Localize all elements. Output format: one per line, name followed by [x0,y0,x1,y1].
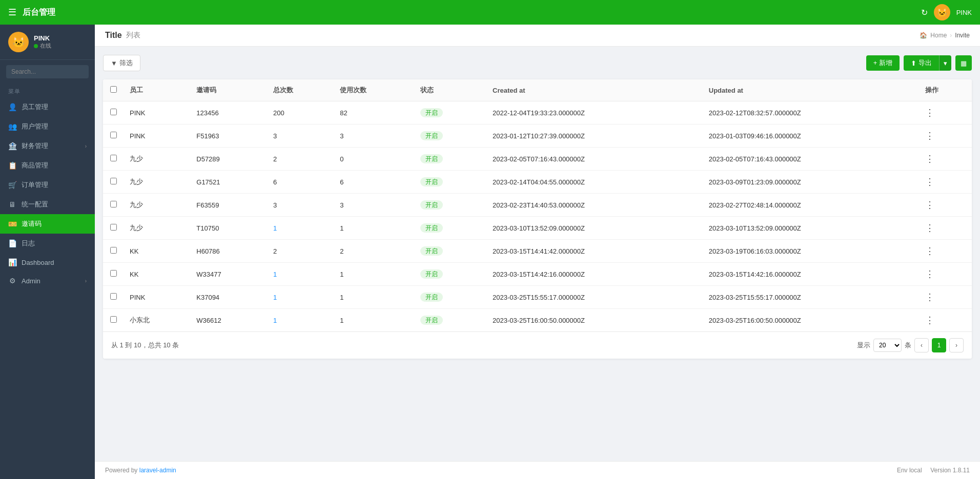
add-button[interactable]: + 新增 [866,55,900,71]
footer-env: Env local [897,467,922,474]
cell-total: 1 [267,309,334,332]
sidebar-item-label: 邀请码 [22,219,87,228]
sidebar-item-orders[interactable]: 🛒 订单管理 [0,175,95,195]
cell-created: 2023-03-25T15:55:17.000000Z [486,286,703,309]
search-input[interactable] [6,65,89,78]
cell-updated: 2023-03-25T15:55:17.000000Z [703,286,919,309]
cell-status: 开启 [414,309,486,332]
cell-total: 3 [267,124,334,148]
page-title: Title [105,31,122,40]
row-checkbox[interactable] [110,316,117,323]
cell-action: ⋮ [919,171,972,194]
row-checkbox[interactable] [110,201,117,207]
cell-updated: 2023-03-10T13:52:09.000000Z [703,217,919,240]
sidebar-status: 在线 [34,42,51,50]
action-menu-button[interactable]: ⋮ [925,200,934,210]
action-menu-button[interactable]: ⋮ [925,131,934,141]
cell-employee: KK [124,240,190,263]
chevron-right-icon: › [85,278,87,284]
row-checkbox[interactable] [110,247,117,254]
col-action: 操作 [919,79,972,101]
columns-button[interactable]: ▦ [955,55,972,71]
sidebar-item-logs[interactable]: 📄 日志 [0,234,95,253]
action-menu-button[interactable]: ⋮ [925,177,934,187]
cell-total: 1 [267,263,334,286]
total-link[interactable]: 1 [273,294,277,301]
sidebar-item-dashboard[interactable]: 📊 Dashboard [0,253,95,272]
toolbar: ▼ 筛选 + 新增 ⬆ 导出 ▾ ▦ [103,55,972,71]
hamburger-icon[interactable]: ☰ [8,7,16,18]
cell-status: 开启 [414,286,486,309]
orders-icon: 🛒 [8,181,16,189]
cell-created: 2023-03-15T14:42:16.000000Z [486,263,703,286]
per-page-suffix: 条 [905,341,911,350]
cell-code: 123456 [190,101,267,124]
row-checkbox[interactable] [110,155,117,161]
sidebar-item-users[interactable]: 👥 用户管理 [0,117,95,136]
cell-created: 2023-02-14T04:04:55.000000Z [486,171,703,194]
status-badge: 开启 [420,246,443,256]
row-checkbox[interactable] [110,293,117,300]
cell-action: ⋮ [919,240,972,263]
col-used: 使用次数 [334,79,414,101]
prev-page-button[interactable]: ‹ [914,338,929,352]
menu-label: 菜单 [0,84,95,97]
row-checkbox[interactable] [110,270,117,277]
cell-employee: KK [124,263,190,286]
action-menu-button[interactable]: ⋮ [925,292,934,302]
invite-icon: 🎫 [8,220,16,228]
table-row: 九少 D57289 2 0 开启 2023-02-05T07:16:43.000… [103,148,972,171]
cell-total: 1 [267,286,334,309]
data-table: 员工 邀请码 总次数 使用次数 状态 Created at Updated at… [103,79,972,331]
export-button[interactable]: ⬆ 导出 [904,55,939,71]
export-dropdown-button[interactable]: ▾ [939,55,951,71]
goods-icon: 📋 [8,161,16,170]
sidebar-item-finance[interactable]: 🏦 财务管理 › [0,136,95,156]
row-checkbox[interactable] [110,109,117,115]
avatar[interactable]: 🐱 [934,4,950,20]
sidebar-item-goods[interactable]: 📋 商品管理 [0,156,95,175]
filter-button[interactable]: ▼ 筛选 [103,55,140,71]
sidebar-item-label: 商品管理 [22,161,87,170]
total-link[interactable]: 1 [273,317,277,324]
sidebar-item-invite[interactable]: 🎫 邀请码 [0,214,95,234]
content-body: ▼ 筛选 + 新增 ⬆ 导出 ▾ ▦ [95,47,980,461]
page-size-select[interactable]: 20 50 100 [873,339,902,352]
breadcrumb-home-label[interactable]: Home [930,32,947,39]
cell-code: D57289 [190,148,267,171]
status-badge: 开启 [420,154,443,163]
table-row: 小东北 W36612 1 1 开启 2023-03-25T16:00:50.00… [103,309,972,332]
cell-status: 开启 [414,263,486,286]
upload-icon: ⬆ [911,59,916,67]
status-badge: 开启 [420,177,443,186]
footer-link[interactable]: laravel-admin [139,467,176,474]
status-badge: 开启 [420,200,443,210]
select-all-checkbox[interactable] [110,86,117,93]
action-menu-button[interactable]: ⋮ [925,223,934,233]
cell-employee: 九少 [124,217,190,240]
total-link[interactable]: 1 [273,224,277,232]
total-link[interactable]: 1 [273,270,277,278]
action-menu-button[interactable]: ⋮ [925,246,934,256]
sidebar-item-config[interactable]: 🖥 统一配置 [0,195,95,214]
row-checkbox[interactable] [110,132,117,138]
top-username[interactable]: PINK [956,9,972,16]
row-checkbox[interactable] [110,224,117,231]
action-menu-button[interactable]: ⋮ [925,108,934,118]
sidebar-item-staff[interactable]: 👤 员工管理 [0,97,95,117]
cell-created: 2023-02-05T07:16:43.000000Z [486,148,703,171]
cell-action: ⋮ [919,124,972,148]
breadcrumb-current: Invite [955,32,970,39]
refresh-icon[interactable]: ↻ [921,8,928,17]
row-checkbox[interactable] [110,178,117,184]
action-menu-button[interactable]: ⋮ [925,315,934,325]
next-page-button[interactable]: › [949,338,964,352]
breadcrumb-home[interactable]: 🏠 [920,32,927,39]
cell-created: 2022-12-04T19:33:23.000000Z [486,101,703,124]
sidebar-item-label: Admin [22,277,80,285]
sidebar-item-admin[interactable]: ⚙ Admin › [0,272,95,290]
action-menu-button[interactable]: ⋮ [925,269,934,279]
page-1-button[interactable]: 1 [932,338,946,352]
footer-version: Version 1.8.11 [930,467,970,474]
action-menu-button[interactable]: ⋮ [925,154,934,164]
